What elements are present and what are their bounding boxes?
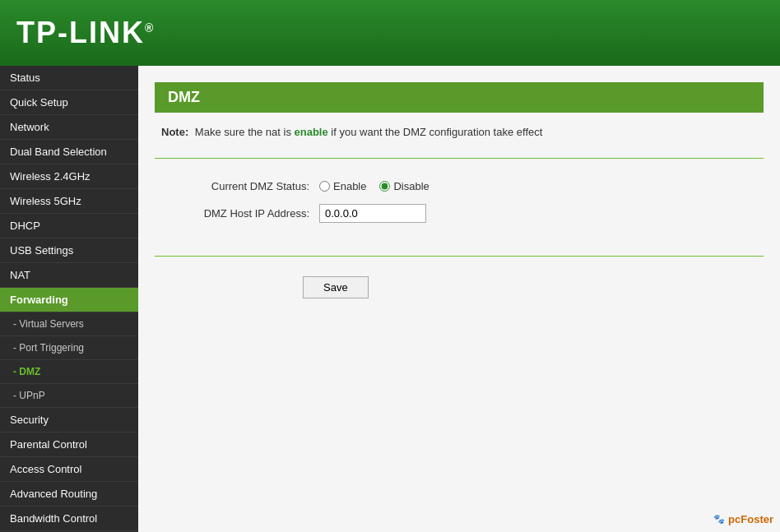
sidebar-item-advanced-routing[interactable]: Advanced Routing	[0, 482, 138, 507]
enable-label: Enable	[333, 180, 366, 192]
main-layout: StatusQuick SetupNetworkDual Band Select…	[0, 66, 780, 532]
sidebar-item-dmz[interactable]: - DMZ	[0, 360, 138, 384]
watermark-icon: 🐾	[713, 514, 725, 525]
save-button[interactable]: Save	[303, 276, 369, 298]
dmz-status-label: Current DMZ Status:	[171, 180, 319, 192]
content-area: DMZ Note: Make sure the nat is enable if…	[138, 66, 780, 532]
sidebar-item-access-control[interactable]: Access Control	[0, 457, 138, 482]
dmz-ip-row: DMZ Host IP Address:	[171, 204, 747, 223]
note-highlight: enable	[295, 126, 328, 138]
sidebar-item-port-triggering[interactable]: - Port Triggering	[0, 336, 138, 360]
sidebar-item-wireless-24[interactable]: Wireless 2.4GHz	[0, 164, 138, 189]
note-suffix: if you want the DMZ configuration take e…	[331, 126, 542, 138]
sidebar-item-security[interactable]: Security	[0, 408, 138, 433]
note-section: Note: Make sure the nat is enable if you…	[155, 123, 764, 141]
sidebar-item-upnp[interactable]: - UPnP	[0, 384, 138, 408]
divider-top	[155, 158, 764, 159]
enable-radio-label[interactable]: Enable	[319, 180, 366, 192]
sidebar-item-network[interactable]: Network	[0, 115, 138, 140]
sidebar-item-quick-setup[interactable]: Quick Setup	[0, 90, 138, 115]
logo-tm: ®	[145, 21, 155, 35]
disable-radio-label[interactable]: Disable	[379, 180, 429, 192]
sidebar-item-dhcp[interactable]: DHCP	[0, 214, 138, 238]
logo-brand: TP-LINK	[16, 16, 145, 49]
sidebar-item-bandwidth-control[interactable]: Bandwidth Control	[0, 507, 138, 531]
logo: TP-LINK®	[16, 16, 155, 50]
sidebar-item-virtual-servers[interactable]: - Virtual Servers	[0, 312, 138, 336]
dmz-status-controls: Enable Disable	[319, 180, 429, 192]
divider-bottom	[155, 256, 764, 257]
sidebar-item-usb-settings[interactable]: USB Settings	[0, 238, 138, 263]
disable-radio[interactable]	[379, 181, 390, 192]
note-label: Note:	[161, 126, 188, 138]
dmz-host-label: DMZ Host IP Address:	[171, 207, 319, 220]
dmz-ip-input[interactable]	[319, 204, 426, 223]
enable-radio[interactable]	[319, 181, 330, 192]
dmz-form: Current DMZ Status: Enable Disable DMZ H…	[155, 172, 764, 243]
dmz-status-row: Current DMZ Status: Enable Disable	[171, 180, 747, 192]
sidebar-item-nat[interactable]: NAT	[0, 263, 138, 288]
sidebar-item-forwarding[interactable]: Forwarding	[0, 288, 138, 312]
sidebar: StatusQuick SetupNetworkDual Band Select…	[0, 66, 138, 532]
watermark: 🐾 pcFoster	[713, 513, 773, 525]
sidebar-item-wireless-5[interactable]: Wireless 5GHz	[0, 189, 138, 214]
watermark-text: pcFoster	[728, 513, 773, 525]
dmz-ip-controls	[319, 204, 426, 223]
header: TP-LINK®	[0, 0, 780, 66]
sidebar-item-status[interactable]: Status	[0, 66, 138, 90]
disable-label: Disable	[393, 180, 429, 192]
note-text: Make sure the nat is	[195, 126, 291, 138]
sidebar-item-parental-control[interactable]: Parental Control	[0, 433, 138, 457]
sidebar-item-dual-band[interactable]: Dual Band Selection	[0, 140, 138, 164]
page-title: DMZ	[168, 89, 200, 105]
page-title-bar: DMZ	[155, 82, 764, 113]
